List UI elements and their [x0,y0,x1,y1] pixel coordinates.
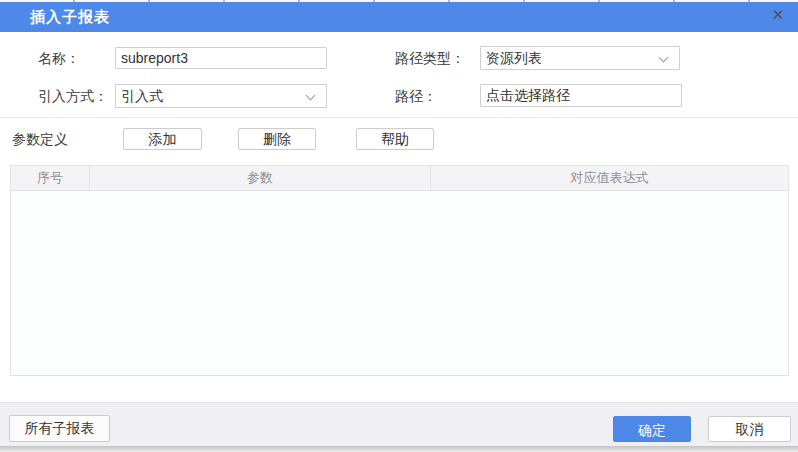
chevron-down-icon [659,53,669,63]
param-section-label: 参数定义 [12,128,68,150]
section-divider [0,117,798,118]
path-input[interactable] [480,84,682,107]
import-mode-label: 引入方式： [38,84,108,108]
name-label: 名称： [38,46,80,70]
chevron-down-icon [306,91,316,101]
delete-button[interactable]: 删除 [238,128,316,150]
dialog-shadow [0,446,798,452]
ok-button[interactable]: 确定 [613,416,691,442]
parameter-table-body[interactable] [11,191,788,376]
path-type-select[interactable]: 资源列表 [480,46,680,70]
add-button[interactable]: 添加 [123,128,202,150]
column-header-parameter[interactable]: 参数 [90,166,431,190]
help-button[interactable]: 帮助 [356,128,434,150]
path-label: 路径： [395,84,437,108]
close-icon[interactable]: ✕ [767,4,789,26]
dialog-titlebar[interactable]: 插入子报表 [0,2,798,32]
insert-subreport-dialog: 插入子报表 ✕ 名称： 路径类型： 资源列表 引入方式： 引入式 路径： 参数定… [0,0,798,452]
cancel-button[interactable]: 取消 [708,416,791,442]
column-header-index[interactable]: 序号 [11,166,90,190]
all-subreports-button[interactable]: 所有子报表 [9,415,110,442]
dialog-footer: 所有子报表 确定 取消 [0,402,798,446]
import-mode-value: 引入式 [121,88,163,104]
import-mode-select[interactable]: 引入式 [115,84,327,108]
dialog-title: 插入子报表 [30,2,110,32]
name-input[interactable] [115,47,327,69]
column-header-expression[interactable]: 对应值表达式 [431,166,788,190]
parameter-table-header: 序号 参数 对应值表达式 [11,166,788,191]
path-type-value: 资源列表 [486,50,542,66]
path-type-label: 路径类型： [395,46,465,70]
parameter-table: 序号 参数 对应值表达式 [10,165,789,376]
